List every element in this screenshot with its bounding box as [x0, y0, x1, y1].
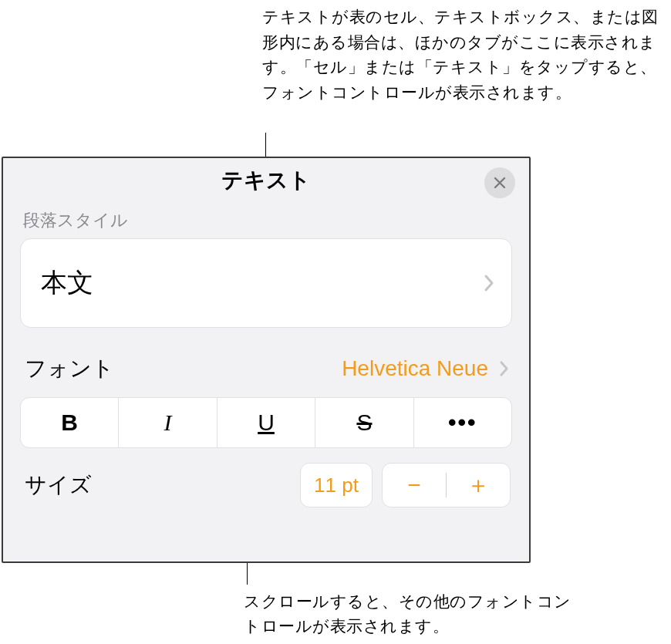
callout-bottom: スクロールすると、その他のフォントコントロールが表示されます。 — [244, 589, 583, 639]
size-value-button[interactable]: 11 pt — [300, 463, 373, 507]
panel-title: テキスト — [221, 166, 311, 195]
minus-icon: − — [407, 472, 421, 498]
chevron-right-icon — [499, 360, 509, 377]
size-stepper: − ＋ — [382, 463, 511, 507]
plus-icon: ＋ — [467, 470, 490, 501]
size-decrease-button[interactable]: − — [383, 464, 446, 507]
close-button[interactable] — [484, 167, 515, 198]
strikethrough-button[interactable]: S — [315, 397, 413, 448]
text-format-panel: テキスト 段落スタイル 本文 フォント Helvetica Neue B I U… — [2, 157, 531, 563]
font-selector[interactable]: フォント Helvetica Neue — [20, 351, 512, 386]
size-increase-button[interactable]: ＋ — [447, 464, 510, 507]
bold-button[interactable]: B — [20, 397, 119, 448]
panel-header: テキスト — [3, 158, 529, 203]
more-icon: ••• — [448, 410, 477, 436]
font-size-row: サイズ 11 pt − ＋ — [20, 462, 512, 508]
more-styles-button[interactable]: ••• — [414, 397, 512, 448]
font-label: フォント — [25, 354, 114, 383]
paragraph-style-value: 本文 — [41, 265, 93, 301]
paragraph-style-selector[interactable]: 本文 — [20, 238, 512, 328]
size-label: サイズ — [25, 470, 92, 500]
underline-button[interactable]: U — [217, 397, 315, 448]
callout-top: テキストが表のセル、テキストボックス、または図形内にある場合は、ほかのタブがここ… — [262, 5, 663, 105]
chevron-right-icon — [484, 274, 494, 292]
close-icon — [494, 177, 506, 189]
paragraph-style-label: 段落スタイル — [23, 209, 529, 232]
italic-button[interactable]: I — [119, 397, 217, 448]
text-style-button-group: B I U S ••• — [20, 397, 512, 448]
font-value: Helvetica Neue — [342, 356, 488, 381]
